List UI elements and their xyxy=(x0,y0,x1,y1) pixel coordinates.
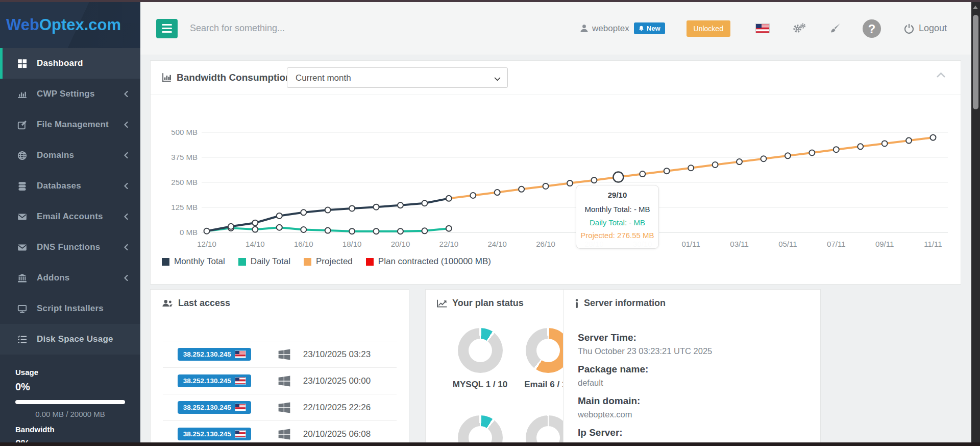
server-info-body: Server Time: Thu October 23 03:23:21 UTC… xyxy=(564,317,820,438)
bar-chart-icon xyxy=(17,89,29,99)
window-top-edge xyxy=(0,0,980,2)
table-row: 38.252.130.245 22/10/2025 22:26 xyxy=(163,394,397,420)
settings-gears-icon[interactable] xyxy=(793,23,806,34)
user-menu[interactable]: weboptex xyxy=(580,24,629,34)
svg-text:01/11: 01/11 xyxy=(681,240,700,248)
sidebar-item-email-accounts[interactable]: Email Accounts xyxy=(0,201,140,232)
window-scrollbar[interactable] xyxy=(971,2,980,446)
donut-mysql: MYSQL 1 / 10 xyxy=(446,328,514,390)
users-icon xyxy=(162,299,173,307)
theme-brush-icon[interactable] xyxy=(829,23,841,34)
last-access-panel: Last access 38.252.130.245 23/10/2025 03… xyxy=(150,289,409,446)
scrollbar-up-arrow[interactable] xyxy=(973,6,978,9)
window-bottom-edge xyxy=(0,442,980,446)
windows-icon xyxy=(278,348,291,361)
chevron-left-icon xyxy=(124,214,128,220)
period-select[interactable]: Current month xyxy=(287,67,508,88)
monitor-icon xyxy=(17,304,29,313)
server-info-label: Server Time: xyxy=(578,332,806,343)
person-icon xyxy=(580,24,589,33)
bell-icon xyxy=(639,26,644,31)
topbar: weboptex New Unlocked ? Logout xyxy=(140,2,971,55)
list-icon xyxy=(17,335,29,344)
line-chart-icon xyxy=(437,299,447,308)
sidebar-item-label: DNS Functions xyxy=(37,242,100,252)
chart-tooltip: 29/10 Monthly Total: - MB Daily Total: -… xyxy=(576,185,659,249)
server-info-label: Ip Server: xyxy=(578,427,806,438)
sidebar-item-file-management[interactable]: File Management xyxy=(0,109,140,140)
logo[interactable]: WebOptex.com xyxy=(0,2,140,48)
svg-text:26/10: 26/10 xyxy=(536,240,555,248)
sidebar-item-label: Dashboard xyxy=(37,58,83,68)
server-info-label: Main domain: xyxy=(578,395,806,407)
ip-badge[interactable]: 38.252.130.245 xyxy=(178,374,251,387)
donut-partial-1 xyxy=(446,415,514,446)
legend-item-plan: Plan contracted (100000 MB) xyxy=(366,256,491,267)
bandwidth-label: Bandwidth xyxy=(15,425,125,434)
new-notifications-badge[interactable]: New xyxy=(634,22,665,34)
sidebar-item-addons[interactable]: Addons xyxy=(0,263,140,293)
logout-button[interactable]: Logout xyxy=(904,23,947,34)
svg-text:11/11: 11/11 xyxy=(924,240,942,248)
table-row: 38.252.130.245 23/10/2025 03:23 xyxy=(163,341,397,367)
sidebar-item-label: Databases xyxy=(37,181,81,191)
unlocked-button[interactable]: Unlocked xyxy=(687,20,730,37)
access-datetime: 20/10/2025 06:08 xyxy=(303,429,397,439)
panel-collapse-button[interactable] xyxy=(937,72,945,78)
sidebar-item-dashboard[interactable]: Dashboard xyxy=(0,48,140,79)
svg-text:16/10: 16/10 xyxy=(294,240,313,248)
sidebar-item-label: Script Installers xyxy=(37,303,104,314)
sidebar-item-label: Email Accounts xyxy=(37,212,103,222)
sidebar-item-label: Disk Space Usage xyxy=(37,334,113,344)
ip-badge[interactable]: 38.252.130.245 xyxy=(178,428,251,440)
sidebar-item-disk-space-usage[interactable]: Disk Space Usage xyxy=(0,324,140,355)
usage-summary: Usage 0% 0.00 MB / 20000 MB Bandwidth 0% xyxy=(0,355,140,446)
us-flag-icon xyxy=(235,378,246,384)
access-datetime: 23/10/2025 00:00 xyxy=(303,376,397,386)
ip-badge[interactable]: 38.252.130.245 xyxy=(178,348,251,361)
sidebar-item-label: Domains xyxy=(37,150,74,160)
svg-text:0 MB: 0 MB xyxy=(180,228,198,237)
sidebar-item-dns-functions[interactable]: DNS Functions xyxy=(0,232,140,263)
sidebar-item-label: File Management xyxy=(37,120,109,130)
envelope-icon xyxy=(17,212,29,221)
help-icon[interactable]: ? xyxy=(862,19,881,38)
ip-badge[interactable]: 38.252.130.245 xyxy=(178,401,251,414)
svg-text:20/10: 20/10 xyxy=(391,240,410,248)
svg-text:500 MB: 500 MB xyxy=(171,128,198,136)
menu-toggle-button[interactable] xyxy=(156,19,178,38)
svg-text:125 MB: 125 MB xyxy=(171,203,198,212)
bandwidth-chart[interactable]: 0 MB125 MB250 MB375 MB500 MB12/1014/1016… xyxy=(151,95,962,253)
windows-icon xyxy=(278,428,291,440)
access-datetime: 22/10/2025 22:26 xyxy=(303,403,397,413)
sidebar-item-cwp-settings[interactable]: CWP Settings xyxy=(0,79,140,109)
legend-swatch xyxy=(366,258,374,266)
sidebar-item-script-installers[interactable]: Script Installers xyxy=(0,293,140,324)
us-flag-icon[interactable] xyxy=(756,24,769,33)
svg-text:07/11: 07/11 xyxy=(827,240,845,248)
username: weboptex xyxy=(592,24,629,34)
last-access-table: 38.252.130.245 23/10/2025 03:23 38.252.1… xyxy=(163,341,397,446)
sidebar-item-domains[interactable]: Domains xyxy=(0,140,140,171)
usage-percent: 0% xyxy=(15,381,125,393)
bar-chart-icon xyxy=(162,73,172,82)
us-flag-icon xyxy=(235,351,246,358)
usage-detail: 0.00 MB / 20000 MB xyxy=(15,410,125,418)
panel-title: Last access xyxy=(178,298,230,309)
legend-swatch xyxy=(162,258,169,266)
search-input[interactable] xyxy=(190,23,455,34)
scrollbar-thumb[interactable] xyxy=(973,15,978,109)
sidebar-item-databases[interactable]: Databases xyxy=(0,171,140,201)
svg-text:14/10: 14/10 xyxy=(246,240,265,248)
svg-text:24/10: 24/10 xyxy=(487,240,507,248)
envelope-icon xyxy=(17,243,29,252)
us-flag-icon xyxy=(235,404,246,411)
sidebar-item-label: Addons xyxy=(37,273,69,283)
bank-icon xyxy=(17,273,29,283)
server-info-label: Package name: xyxy=(578,364,806,375)
usage-progress-bar xyxy=(15,400,125,404)
chart-legend: Monthly Total Daily Total Projected Plan… xyxy=(162,256,504,267)
sidebar: WebOptex.com Dashboard CWP Settings File… xyxy=(0,2,140,446)
svg-text:03/11: 03/11 xyxy=(730,240,748,248)
svg-text:250 MB: 250 MB xyxy=(171,178,198,186)
